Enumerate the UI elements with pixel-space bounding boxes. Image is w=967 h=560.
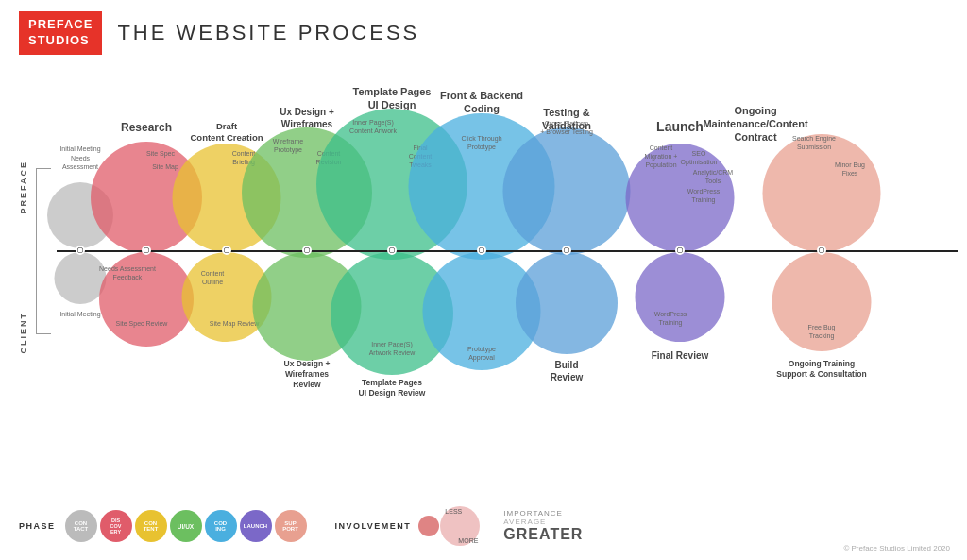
contact-initial-meeting-bottom: Initial Meeting — [59, 310, 100, 318]
support-circle-top — [763, 134, 881, 252]
involvement-small-circle — [418, 516, 439, 536]
discovery-dot — [142, 246, 151, 255]
involvement-legend: INVOLVEMENT LESS MORE — [335, 506, 481, 546]
analytics-label: Analytic/CRMTools — [693, 168, 733, 185]
testing-circle-bottom — [516, 252, 618, 354]
support-legend-circle: SUPPORT — [275, 510, 307, 542]
ongoing-training-label: Ongoing TrainingSupport & Consultation — [776, 359, 866, 380]
coding-label: Front & BackendCoding — [440, 89, 523, 116]
client-label: CLIENT — [19, 312, 28, 354]
prototype-approval-label: PrototypeApproval — [467, 345, 496, 362]
phase-legend: PHASE CONTACT DISCOVERY CONTENT UI/UX CO… — [19, 510, 307, 542]
site-spec-label: Site Spec — [146, 149, 175, 158]
more-label: MORE — [458, 537, 478, 544]
template-review-label: Template PagesUI Design Review — [359, 378, 426, 399]
copyright: © Preface Studios Limited 2020 — [843, 544, 950, 552]
content-dot — [222, 246, 231, 255]
support-dot — [817, 246, 826, 255]
seo-label: SEOOptimisation — [681, 149, 718, 166]
logo: PREFACE STUDIOS — [19, 11, 102, 55]
importance-title: IMPORTANCE — [503, 509, 583, 518]
contact-legend-circle: CONTACT — [65, 510, 97, 542]
uiux-dot — [302, 246, 312, 255]
site-map-review-label: Site Map Review — [210, 319, 260, 328]
header: PREFACE STUDIOS THE WEBSITE PROCESS — [0, 0, 967, 66]
discovery-legend-circle: DISCOVERY — [100, 510, 132, 542]
uiux-legend-circle: UI/UX — [170, 510, 202, 542]
uiux-label: Ux Design +Wireframes — [280, 106, 334, 130]
greater-label: GREATER — [503, 526, 583, 543]
content-migration-label: ContentMigration +Population — [645, 144, 678, 169]
average-label: AVERAGE — [503, 518, 583, 526]
page-title: THE WEBSITE PROCESS — [117, 21, 419, 45]
template-label: Template PagesUI Design — [353, 85, 432, 112]
needs-assessment-feedback: Needs AssessmentFeedback — [99, 264, 156, 281]
uiux-review-label: Ux Design +WireframesReview — [284, 359, 331, 390]
content-creation-label: DraftContent Creation — [190, 121, 263, 144]
contact-needs-assessment: NeedsAssessment — [62, 154, 98, 171]
contact-initial-meeting-top: Initial Meeting — [59, 144, 100, 153]
launch-dot — [675, 246, 685, 255]
preface-label: PREFACE — [19, 161, 28, 214]
click-through-label: Click ThroughPrototype — [461, 134, 501, 151]
wp-training-top-label: WordPressTraining — [687, 187, 721, 204]
importance-legend: IMPORTANCE AVERAGE GREATER — [503, 509, 583, 543]
process-diagram: PREFACE CLIENT Initial Meeting NeedsAsse… — [0, 66, 967, 434]
content-legend-circle: CONTENT — [135, 510, 167, 542]
launch-legend-circle: LAUNCH — [240, 510, 272, 542]
contact-dot — [76, 246, 85, 255]
final-review-label: Final Review — [652, 349, 709, 362]
phase-items: CONTACT DISCOVERY CONTENT UI/UX CODING L… — [65, 510, 307, 542]
wp-training-bottom-label: WordPressTraining — [654, 310, 687, 327]
bracket-bottom — [36, 251, 51, 334]
coding-dot — [477, 246, 486, 255]
site-spec-review: Site Spec Review — [116, 319, 168, 328]
build-review-label: BuildReview — [551, 359, 583, 383]
wireframe-prototype-label: WireframePrototype — [273, 137, 303, 154]
free-bug-tracking-label: Free BugTracking — [808, 323, 836, 340]
inner-artwork-review-label: Inner Page(S)Artwork Review — [369, 340, 416, 357]
content-outline-label: ContentOutline — [201, 269, 225, 286]
search-engine-label: Search EngineSubmission — [792, 134, 836, 151]
cross-platform-label: Cross Platform+ Browser Testing — [540, 119, 593, 136]
legend: PHASE CONTACT DISCOVERY CONTENT UI/UX CO… — [19, 506, 948, 546]
launch-circle-bottom — [636, 252, 725, 342]
testing-circle-top — [503, 127, 631, 255]
template-dot — [387, 246, 397, 255]
research-label: Research — [121, 121, 172, 136]
site-map-label: Site Map — [152, 162, 178, 171]
involvement-title: INVOLVEMENT — [335, 521, 412, 531]
coding-legend-circle: CODING — [205, 510, 237, 542]
less-label: LESS — [445, 508, 462, 515]
minor-bug-fixes-label: Minor BugFixes — [835, 161, 865, 178]
inner-pages-label: Inner Page(S)Content Artwork — [349, 118, 397, 135]
testing-dot — [562, 246, 571, 255]
phase-title: PHASE — [19, 521, 56, 531]
involvement-circles: LESS MORE — [418, 506, 480, 546]
